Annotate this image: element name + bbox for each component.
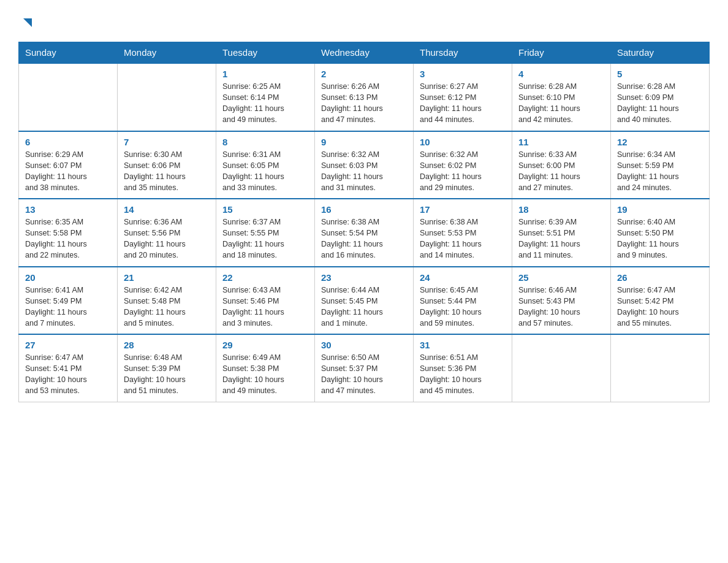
svg-marker-0 — [23, 18, 32, 27]
day-number: 17 — [420, 204, 506, 215]
week-row-5: 27Sunrise: 6:47 AMSunset: 5:41 PMDayligh… — [19, 334, 710, 402]
calendar-cell: 9Sunrise: 6:32 AMSunset: 6:03 PMDaylight… — [315, 131, 414, 199]
header-monday: Monday — [118, 42, 216, 64]
calendar-table: SundayMondayTuesdayWednesdayThursdayFrid… — [18, 42, 710, 402]
calendar-cell: 31Sunrise: 6:51 AMSunset: 5:36 PMDayligh… — [414, 334, 512, 402]
day-number: 13 — [25, 204, 111, 215]
day-number: 9 — [321, 137, 407, 147]
day-info: Sunrise: 6:26 AMSunset: 6:13 PMDaylight:… — [321, 81, 407, 126]
calendar-cell: 25Sunrise: 6:46 AMSunset: 5:43 PMDayligh… — [512, 267, 611, 335]
calendar-cell: 20Sunrise: 6:41 AMSunset: 5:49 PMDayligh… — [19, 267, 118, 335]
day-info: Sunrise: 6:44 AMSunset: 5:45 PMDaylight:… — [321, 285, 407, 329]
day-number: 30 — [321, 340, 407, 350]
calendar-cell: 23Sunrise: 6:44 AMSunset: 5:45 PMDayligh… — [315, 267, 414, 335]
day-number: 28 — [124, 340, 210, 350]
day-number: 23 — [321, 272, 407, 283]
calendar-cell: 13Sunrise: 6:35 AMSunset: 5:58 PMDayligh… — [19, 199, 118, 267]
day-number: 21 — [124, 272, 210, 283]
header-tuesday: Tuesday — [216, 42, 315, 64]
day-number: 8 — [222, 137, 308, 147]
calendar-cell: 7Sunrise: 6:30 AMSunset: 6:06 PMDaylight… — [118, 131, 216, 199]
day-info: Sunrise: 6:48 AMSunset: 5:39 PMDaylight:… — [124, 352, 210, 397]
day-number: 25 — [518, 272, 604, 283]
day-number: 20 — [25, 272, 111, 283]
day-info: Sunrise: 6:46 AMSunset: 5:43 PMDaylight:… — [518, 285, 604, 329]
day-info: Sunrise: 6:34 AMSunset: 5:59 PMDaylight:… — [617, 149, 703, 194]
day-number: 5 — [617, 69, 703, 79]
calendar-cell: 3Sunrise: 6:27 AMSunset: 6:12 PMDaylight… — [414, 63, 512, 131]
logo — [18, 15, 34, 32]
day-info: Sunrise: 6:47 AMSunset: 5:42 PMDaylight:… — [617, 285, 703, 329]
day-info: Sunrise: 6:51 AMSunset: 5:36 PMDaylight:… — [420, 352, 506, 397]
calendar-cell: 16Sunrise: 6:38 AMSunset: 5:54 PMDayligh… — [315, 199, 414, 267]
day-info: Sunrise: 6:27 AMSunset: 6:12 PMDaylight:… — [420, 81, 506, 126]
header-friday: Friday — [512, 42, 611, 64]
header-sunday: Sunday — [19, 42, 118, 64]
day-number: 7 — [124, 137, 210, 147]
day-info: Sunrise: 6:31 AMSunset: 6:05 PMDaylight:… — [222, 149, 308, 194]
day-number: 19 — [617, 204, 703, 215]
day-number: 4 — [518, 69, 604, 79]
day-number: 16 — [321, 204, 407, 215]
day-number: 2 — [321, 69, 407, 79]
day-number: 14 — [124, 204, 210, 215]
day-number: 1 — [222, 69, 308, 79]
day-info: Sunrise: 6:25 AMSunset: 6:14 PMDaylight:… — [222, 81, 308, 126]
day-info: Sunrise: 6:30 AMSunset: 6:06 PMDaylight:… — [124, 149, 210, 194]
calendar-header-row: SundayMondayTuesdayWednesdayThursdayFrid… — [19, 42, 710, 64]
calendar-cell: 12Sunrise: 6:34 AMSunset: 5:59 PMDayligh… — [611, 131, 710, 199]
day-info: Sunrise: 6:35 AMSunset: 5:58 PMDaylight:… — [25, 216, 111, 261]
day-number: 12 — [617, 137, 703, 147]
week-row-1: 1Sunrise: 6:25 AMSunset: 6:14 PMDaylight… — [19, 63, 710, 131]
calendar-cell: 11Sunrise: 6:33 AMSunset: 6:00 PMDayligh… — [512, 131, 611, 199]
day-number: 3 — [420, 69, 506, 79]
day-info: Sunrise: 6:28 AMSunset: 6:10 PMDaylight:… — [518, 81, 604, 126]
day-number: 24 — [420, 272, 506, 283]
week-row-2: 6Sunrise: 6:29 AMSunset: 6:07 PMDaylight… — [19, 131, 710, 199]
day-info: Sunrise: 6:49 AMSunset: 5:38 PMDaylight:… — [222, 352, 308, 397]
calendar-cell: 18Sunrise: 6:39 AMSunset: 5:51 PMDayligh… — [512, 199, 611, 267]
day-info: Sunrise: 6:39 AMSunset: 5:51 PMDaylight:… — [518, 216, 604, 261]
day-info: Sunrise: 6:38 AMSunset: 5:53 PMDaylight:… — [420, 216, 506, 261]
day-info: Sunrise: 6:42 AMSunset: 5:48 PMDaylight:… — [124, 285, 210, 329]
calendar-cell — [611, 334, 710, 402]
day-info: Sunrise: 6:29 AMSunset: 6:07 PMDaylight:… — [25, 149, 111, 194]
day-number: 26 — [617, 272, 703, 283]
day-info: Sunrise: 6:32 AMSunset: 6:02 PMDaylight:… — [420, 149, 506, 194]
calendar-cell: 2Sunrise: 6:26 AMSunset: 6:13 PMDaylight… — [315, 63, 414, 131]
day-number: 10 — [420, 137, 506, 147]
calendar-cell: 24Sunrise: 6:45 AMSunset: 5:44 PMDayligh… — [414, 267, 512, 335]
calendar-cell — [118, 63, 216, 131]
day-info: Sunrise: 6:50 AMSunset: 5:37 PMDaylight:… — [321, 352, 407, 397]
day-number: 29 — [222, 340, 308, 350]
day-info: Sunrise: 6:32 AMSunset: 6:03 PMDaylight:… — [321, 149, 407, 194]
day-info: Sunrise: 6:45 AMSunset: 5:44 PMDaylight:… — [420, 285, 506, 329]
page-header — [18, 15, 710, 32]
calendar-cell: 14Sunrise: 6:36 AMSunset: 5:56 PMDayligh… — [118, 199, 216, 267]
day-info: Sunrise: 6:41 AMSunset: 5:49 PMDaylight:… — [25, 285, 111, 329]
day-info: Sunrise: 6:28 AMSunset: 6:09 PMDaylight:… — [617, 81, 703, 126]
calendar-cell: 26Sunrise: 6:47 AMSunset: 5:42 PMDayligh… — [611, 267, 710, 335]
calendar-cell — [19, 63, 118, 131]
day-info: Sunrise: 6:47 AMSunset: 5:41 PMDaylight:… — [25, 352, 111, 397]
day-number: 11 — [518, 137, 604, 147]
header-wednesday: Wednesday — [315, 42, 414, 64]
calendar-cell: 27Sunrise: 6:47 AMSunset: 5:41 PMDayligh… — [19, 334, 118, 402]
day-number: 27 — [25, 340, 111, 350]
calendar-cell: 30Sunrise: 6:50 AMSunset: 5:37 PMDayligh… — [315, 334, 414, 402]
day-number: 15 — [222, 204, 308, 215]
day-number: 31 — [420, 340, 506, 350]
calendar-cell: 1Sunrise: 6:25 AMSunset: 6:14 PMDaylight… — [216, 63, 315, 131]
calendar-cell — [512, 334, 611, 402]
calendar-cell: 8Sunrise: 6:31 AMSunset: 6:05 PMDaylight… — [216, 131, 315, 199]
day-number: 22 — [222, 272, 308, 283]
header-saturday: Saturday — [611, 42, 710, 64]
day-number: 18 — [518, 204, 604, 215]
day-info: Sunrise: 6:43 AMSunset: 5:46 PMDaylight:… — [222, 285, 308, 329]
calendar-cell: 19Sunrise: 6:40 AMSunset: 5:50 PMDayligh… — [611, 199, 710, 267]
day-info: Sunrise: 6:38 AMSunset: 5:54 PMDaylight:… — [321, 216, 407, 261]
logo-triangle-icon — [21, 16, 34, 29]
day-info: Sunrise: 6:36 AMSunset: 5:56 PMDaylight:… — [124, 216, 210, 261]
calendar-cell: 15Sunrise: 6:37 AMSunset: 5:55 PMDayligh… — [216, 199, 315, 267]
calendar-cell: 5Sunrise: 6:28 AMSunset: 6:09 PMDaylight… — [611, 63, 710, 131]
